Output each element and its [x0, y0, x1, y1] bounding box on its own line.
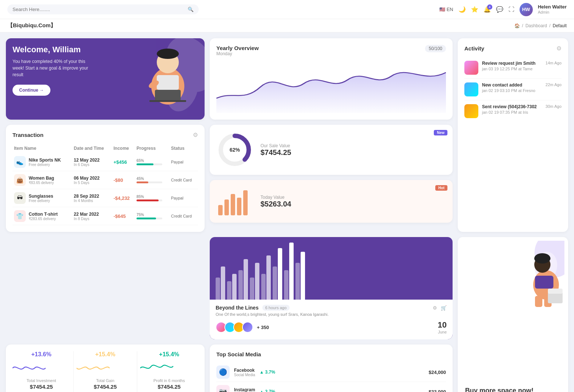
beyond-time: 6 hours ago [262, 305, 290, 311]
item-date: 28 Sep 2022 In 4 Months [72, 189, 112, 207]
avatar[interactable]: HW [520, 3, 533, 16]
bar-group-1 [216, 266, 225, 300]
sale-value-amount: $7454.25 [261, 148, 291, 157]
activity-text: New contact added jan 02 19 03:10 PM at … [482, 82, 542, 93]
social-type: Social Media [234, 373, 255, 377]
stat-wave [13, 361, 46, 375]
progress-fill [137, 199, 159, 201]
svg-text:62%: 62% [230, 147, 240, 153]
item-date-main: 22 Mar 2022 [74, 212, 111, 217]
transaction-table: Item Name Date and Time Income Progress … [13, 144, 198, 225]
beyond-title: Beyond the Lines [216, 305, 259, 311]
bar-group-3 [238, 259, 248, 300]
col-progress: Progress [135, 144, 170, 153]
item-income: +$456 [112, 153, 135, 171]
activity-text: Review request jim Smith jan 03 19 12:25… [482, 61, 542, 71]
svg-rect-7 [149, 100, 186, 102]
activity-subtitle: jan 03 19 12:25 PM at Tame [482, 67, 532, 71]
activity-settings-icon[interactable]: ⚙ [556, 45, 561, 52]
svg-rect-25 [548, 292, 563, 303]
fullscreen-icon[interactable]: ⛶ [509, 6, 514, 13]
beyond-cart-icon[interactable]: 🛒 [441, 305, 447, 311]
sale-section: New 62% Our Sale Value $7454.25 Hot [210, 125, 453, 232]
yearly-chart [216, 61, 446, 113]
stats-container: +13.6% Total Investment $7454.25 +15.4% … [10, 351, 201, 392]
progress-label: 85% [137, 195, 168, 199]
item-details: Women Bag ₹83.65 delivery [29, 176, 54, 185]
continue-button[interactable]: Continue → [13, 85, 50, 96]
social-pct: ▲ 3.7% [259, 370, 275, 375]
item-cell: 👕 Cotton T-shirt ₹283.65 delivery [14, 210, 71, 222]
search-input[interactable] [13, 7, 185, 12]
stat-wave [77, 361, 110, 375]
beyond-avatars [216, 322, 253, 333]
flag-icon: 🇺🇸 [439, 7, 445, 12]
notification-bell[interactable]: 🔔 4 [483, 6, 491, 13]
social-title: Top Social Media [216, 351, 446, 357]
item-sub: Free delivery [29, 199, 53, 203]
transaction-title: Transaction [13, 132, 43, 138]
yearly-title: Yearly Overview [216, 45, 259, 51]
social-icon: 📷 [216, 385, 230, 392]
social-item: 📷 Instagram Social Media ▲ 3.7% $33,000 [216, 382, 446, 392]
dark-mode-toggle[interactable]: 🌙 [458, 6, 466, 13]
item-progress: 65% [135, 153, 170, 171]
social-name: Facebook [234, 368, 255, 373]
svg-rect-15 [237, 198, 241, 215]
stat-item: +15.4% Total Gain $7454.25 [74, 351, 138, 392]
brand-logo: 【Biqubiqu.Com】 [7, 22, 56, 29]
activity-title-text: New contact added [482, 82, 542, 88]
svg-point-21 [534, 253, 550, 264]
transaction-settings-icon[interactable]: ⚙ [193, 131, 198, 138]
social-pct: ▲ 3.7% [259, 389, 275, 392]
breadcrumb: 🏠 / Dashboard / Default [514, 23, 567, 28]
language-selector[interactable]: 🇺🇸 EN [439, 7, 453, 12]
item-days: In 4 Months [74, 199, 111, 203]
topbar-right: 🇺🇸 EN 🌙 ⭐ 🔔 4 💬 ⛶ HW Helen Walter Admin [439, 3, 567, 16]
sale-value-card: New 62% Our Sale Value $7454.25 [210, 125, 453, 175]
donut-chart: 62% [216, 131, 253, 168]
topbar: 🔍 🇺🇸 EN 🌙 ⭐ 🔔 4 💬 ⛶ HW Helen Walter Admi… [0, 0, 574, 19]
col-income: Income [112, 144, 135, 153]
search-box[interactable]: 🔍 [7, 4, 199, 14]
svg-rect-5 [157, 75, 179, 90]
bar-group-2 [227, 274, 237, 300]
activity-text: Sent review (504)236-7302 jan 02 19 07:3… [482, 104, 542, 115]
item-icon: 👜 [14, 174, 26, 186]
bar-chart-card: Beyond the Lines 6 hours ago ⚙ 🛒 One Of … [210, 237, 453, 339]
new-badge: New [434, 130, 447, 135]
item-sub: ₹283.65 delivery [29, 217, 58, 221]
sale-value-label: Our Sale Value [261, 143, 291, 148]
beyond-date: 10 June [438, 320, 447, 334]
star-icon[interactable]: ⭐ [471, 6, 478, 13]
item-status: Credit Card [170, 171, 198, 189]
col-datetime: Date and Time [72, 144, 112, 153]
item-icon: 👕 [14, 210, 26, 222]
breadcrumb-dashboard[interactable]: Dashboard [525, 23, 547, 28]
stat-label: Total Investment [13, 378, 70, 383]
stat-item: +13.6% Total Investment $7454.25 [10, 351, 74, 392]
chat-icon[interactable]: 💬 [496, 6, 503, 13]
svg-point-4 [157, 49, 179, 59]
item-income: -$80 [112, 171, 135, 189]
beyond-settings[interactable]: ⚙ [433, 305, 437, 311]
item-status: Credit Card [170, 207, 198, 225]
item-cell: 👜 Women Bag ₹83.65 delivery [14, 174, 71, 186]
beyond-desc: One Of the world,s brightest, young surf… [216, 312, 447, 317]
upgrade-figure [520, 244, 568, 311]
beyond-date-day: 10 [438, 320, 447, 330]
yearly-overview-card: Yearly Overview Monday 50/100 [210, 38, 453, 120]
breadcrumb-current: Default [553, 23, 567, 28]
home-icon[interactable]: 🏠 [514, 23, 520, 28]
item-sub: ₹83.65 delivery [29, 181, 54, 185]
item-status: Paypal [170, 189, 198, 207]
transaction-card: Transaction ⚙ Item Name Date and Time In… [6, 125, 205, 232]
yearly-subtitle: Monday [216, 51, 259, 56]
hot-badge: Hot [435, 185, 447, 191]
banner-illustration [138, 42, 197, 105]
item-cell: 🕶 Sunglasses Free delivery [14, 192, 71, 204]
item-sub: Free delivery [29, 163, 61, 167]
today-value-label: Today Value [261, 195, 291, 200]
item-date-main: 28 Sep 2022 [74, 194, 111, 199]
activity-list: Review request jim Smith jan 03 19 12:25… [464, 57, 561, 122]
